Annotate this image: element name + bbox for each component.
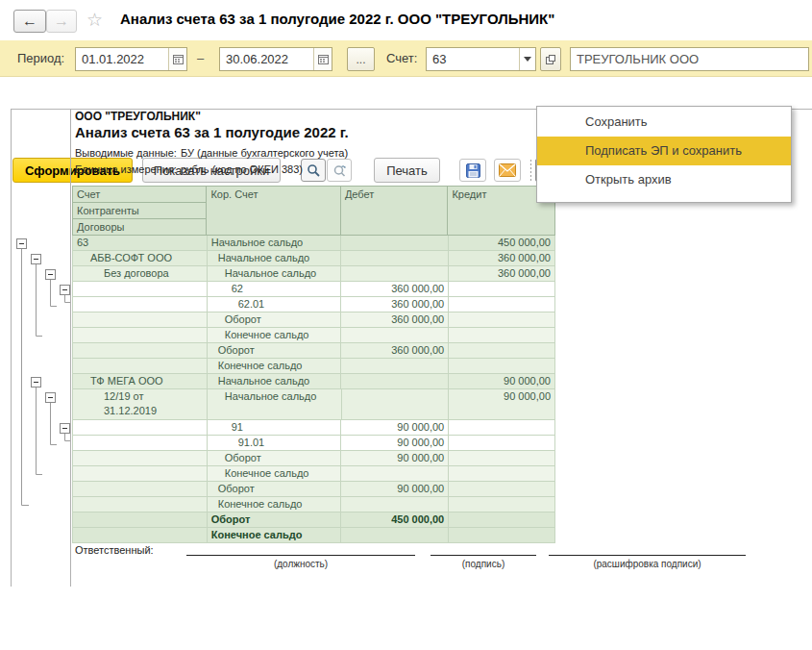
account-cell[interactable] xyxy=(73,466,208,481)
account-cell[interactable] xyxy=(73,328,208,342)
calendar-icon[interactable] xyxy=(168,48,186,70)
credit-cell[interactable]: 360 000,00 xyxy=(449,266,555,281)
table-row[interactable]: 91.0190 000,00 xyxy=(73,436,555,451)
period-to-value[interactable]: 30.06.2022 xyxy=(220,52,313,66)
debit-cell[interactable] xyxy=(341,497,449,512)
open-account-form-button[interactable] xyxy=(540,47,561,71)
account-cell[interactable] xyxy=(73,436,208,450)
corr-account-cell[interactable]: 62.01 xyxy=(208,297,342,312)
table-row[interactable]: Оборот90 000,00 xyxy=(73,482,555,497)
debit-cell[interactable] xyxy=(342,389,450,419)
collapse-group-icon[interactable] xyxy=(31,254,41,264)
debit-cell[interactable]: 360 000,00 xyxy=(341,297,449,312)
debit-cell[interactable]: 450 000,00 xyxy=(341,512,449,527)
account-cell[interactable]: Без договора xyxy=(73,266,208,281)
credit-cell[interactable]: 450 000,00 xyxy=(449,236,555,250)
credit-cell[interactable] xyxy=(449,512,555,527)
period-from-field[interactable]: 01.01.2022 xyxy=(75,47,187,71)
table-row[interactable]: Оборот90 000,00 xyxy=(73,451,555,466)
corr-account-cell[interactable]: Оборот xyxy=(208,343,342,358)
debit-cell[interactable] xyxy=(341,359,449,373)
debit-cell[interactable] xyxy=(341,528,449,542)
collapse-group-icon[interactable] xyxy=(60,285,70,295)
account-cell[interactable] xyxy=(73,512,208,527)
corr-account-cell[interactable]: Конечное сальдо xyxy=(208,497,342,512)
debit-cell[interactable] xyxy=(341,328,449,342)
credit-cell[interactable] xyxy=(449,312,555,327)
account-cell[interactable] xyxy=(73,420,208,435)
search-button[interactable] xyxy=(301,159,326,182)
account-cell[interactable] xyxy=(73,528,208,542)
debit-cell[interactable]: 90 000,00 xyxy=(341,451,449,465)
account-cell[interactable] xyxy=(73,497,208,512)
corr-account-cell[interactable]: Оборот xyxy=(208,312,342,327)
account-cell[interactable] xyxy=(73,343,208,358)
debit-cell[interactable]: 360 000,00 xyxy=(341,282,449,296)
forward-button[interactable]: → xyxy=(46,10,77,33)
table-row[interactable]: 12/19 от 31.12.2019Начальное сальдо90 00… xyxy=(73,389,555,420)
credit-cell[interactable]: 360 000,00 xyxy=(449,251,555,265)
table-row[interactable]: 63Начальное сальдо450 000,00 xyxy=(73,236,555,251)
table-row[interactable]: Конечное сальдо xyxy=(73,359,555,374)
repeat-search-button[interactable] xyxy=(327,159,352,182)
table-row[interactable]: 62.01360 000,00 xyxy=(73,297,555,312)
account-cell[interactable] xyxy=(73,451,208,465)
email-button[interactable] xyxy=(494,159,521,182)
table-row[interactable]: Оборот450 000,00 xyxy=(73,512,555,528)
corr-account-cell[interactable]: Начальное сальдо xyxy=(208,251,342,265)
collapse-group-icon[interactable] xyxy=(31,377,41,388)
table-row[interactable]: 62360 000,00 xyxy=(73,282,555,297)
table-row[interactable]: Без договораНачальное сальдо360 000,00 xyxy=(73,266,555,282)
table-row[interactable]: Оборот360 000,00 xyxy=(73,312,555,328)
corr-account-cell[interactable]: Конечное сальдо xyxy=(208,359,342,373)
save-file-button[interactable] xyxy=(459,159,486,182)
organization-value[interactable]: ТРЕУГОЛЬНИК ООО xyxy=(571,52,808,66)
table-row[interactable]: АБВ-СОФТ ОООНачальное сальдо360 000,00 xyxy=(73,251,555,266)
chevron-down-icon[interactable] xyxy=(519,48,535,70)
corr-account-cell[interactable]: 91.01 xyxy=(208,436,342,450)
corr-account-cell[interactable]: Оборот xyxy=(208,451,342,465)
menu-item[interactable]: Сохранить xyxy=(537,108,791,137)
debit-cell[interactable]: 90 000,00 xyxy=(341,420,449,435)
credit-cell[interactable]: 90 000,00 xyxy=(449,374,555,388)
debit-cell[interactable]: 90 000,00 xyxy=(341,436,449,450)
table-row[interactable]: 9190 000,00 xyxy=(73,420,555,436)
account-cell[interactable]: 63 xyxy=(73,236,208,250)
corr-account-cell[interactable]: Начальное сальдо xyxy=(208,374,342,388)
debit-cell[interactable] xyxy=(341,266,449,281)
credit-cell[interactable] xyxy=(449,282,555,296)
table-row[interactable]: Конечное сальдо xyxy=(73,328,555,343)
account-cell[interactable] xyxy=(73,282,208,296)
corr-account-cell[interactable]: Конечное сальдо xyxy=(208,328,342,342)
corr-account-cell[interactable]: Начальное сальдо xyxy=(208,389,342,419)
credit-cell[interactable] xyxy=(449,497,555,512)
table-row[interactable]: ТФ МЕГА ОООНачальное сальдо90 000,00 xyxy=(73,374,555,389)
corr-account-cell[interactable]: Конечное сальдо xyxy=(208,528,342,542)
corr-account-cell[interactable]: Начальное сальдо xyxy=(208,266,342,281)
collapse-group-icon[interactable] xyxy=(60,423,70,434)
credit-cell[interactable] xyxy=(449,359,555,373)
credit-cell[interactable] xyxy=(449,466,555,481)
account-cell[interactable] xyxy=(73,312,208,327)
debit-cell[interactable]: 360 000,00 xyxy=(341,343,449,358)
collapse-group-icon[interactable] xyxy=(16,238,27,249)
more-periods-button[interactable]: ... xyxy=(347,47,375,71)
credit-cell[interactable] xyxy=(449,436,555,450)
print-button[interactable]: Печать xyxy=(374,158,440,183)
back-button[interactable]: ← xyxy=(13,10,46,33)
menu-item[interactable]: Открыть архив xyxy=(537,165,791,194)
collapse-group-icon[interactable] xyxy=(45,269,56,280)
debit-cell[interactable]: 360 000,00 xyxy=(341,312,449,327)
period-from-value[interactable]: 01.01.2022 xyxy=(76,52,168,66)
table-row[interactable]: Конечное сальдо xyxy=(73,466,555,482)
corr-account-cell[interactable]: Оборот xyxy=(208,482,342,496)
corr-account-cell[interactable]: Начальное сальдо xyxy=(208,236,342,250)
calendar-icon[interactable] xyxy=(313,48,332,70)
debit-cell[interactable]: 90 000,00 xyxy=(341,482,449,496)
table-row[interactable]: Конечное сальдо xyxy=(73,497,555,512)
account-cell[interactable]: АБВ-СОФТ ООО xyxy=(73,251,208,265)
credit-cell[interactable] xyxy=(449,528,555,542)
debit-cell[interactable] xyxy=(341,374,449,388)
corr-account-cell[interactable]: Оборот xyxy=(208,512,342,527)
credit-cell[interactable] xyxy=(449,451,555,465)
